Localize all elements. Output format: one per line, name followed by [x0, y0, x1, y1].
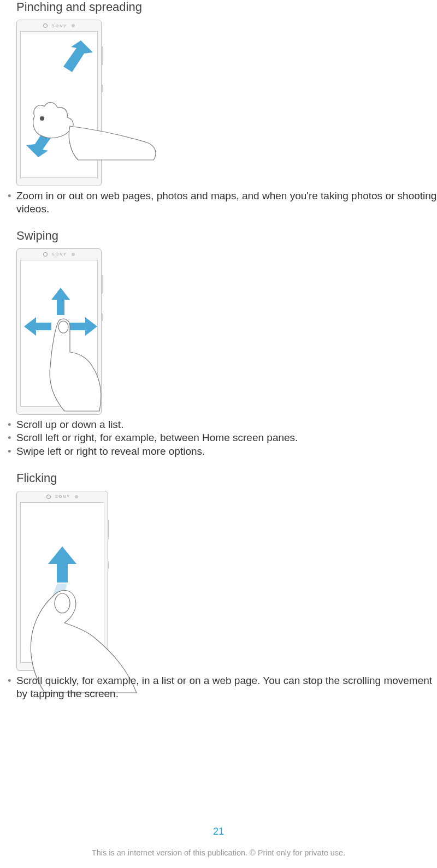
- camera-icon: [43, 252, 48, 257]
- pinch-hand-illustration: [18, 84, 160, 168]
- phone-button-icon: [101, 46, 103, 65]
- heading-flicking: Flicking: [16, 471, 437, 485]
- phone-screen: [20, 260, 98, 407]
- phone-button-icon: [101, 85, 103, 92]
- bullet-item: Zoom in or out on web pages, photos and …: [8, 189, 437, 216]
- phone-illustration-swiping: SONY: [16, 248, 102, 415]
- brand-label: SONY: [52, 252, 67, 256]
- svg-point-2: [40, 116, 44, 121]
- arrow-up-icon: [51, 288, 70, 315]
- svg-marker-3: [51, 288, 70, 315]
- camera-icon: [46, 495, 51, 499]
- phone-screen: [20, 31, 98, 178]
- phone-button-icon: [101, 313, 103, 321]
- led-icon: [72, 24, 75, 27]
- heading-swiping: Swiping: [16, 229, 437, 243]
- phone-illustration-pinching: SONY: [16, 20, 102, 186]
- brand-label: SONY: [55, 495, 70, 498]
- phone-top: SONY: [17, 20, 101, 31]
- led-icon: [75, 495, 78, 498]
- brand-label: SONY: [52, 24, 67, 28]
- phone-illustration-flicking: SONY: [16, 491, 108, 671]
- page-number: 21: [0, 826, 437, 837]
- document-content: Pinching and spreading SONY: [0, 0, 437, 700]
- bullet-item: Swipe left or right to reveal more optio…: [8, 445, 437, 458]
- svg-marker-8: [48, 546, 76, 582]
- figure-pinching: SONY: [16, 20, 437, 186]
- finger-illustration: [47, 318, 118, 424]
- led-icon: [72, 253, 75, 256]
- figure-swiping: SONY: [16, 248, 437, 415]
- figure-flicking: SONY: [16, 491, 437, 671]
- page-footer: 21 This is an internet version of this p…: [0, 826, 437, 857]
- svg-marker-0: [63, 40, 93, 72]
- bullet-list-swiping: Scroll up or down a list. Scroll left or…: [8, 418, 437, 458]
- bullet-item: Scroll up or down a list.: [8, 418, 437, 431]
- arrow-up-icon: [48, 546, 76, 582]
- phone-top: SONY: [17, 249, 101, 260]
- phone-button-icon: [108, 561, 109, 569]
- bullet-item: Scroll quickly, for example, in a list o…: [8, 674, 437, 700]
- phone-button-icon: [108, 520, 109, 539]
- bullet-list-pinching: Zoom in or out on web pages, photos and …: [8, 189, 437, 216]
- phone-screen: [20, 502, 104, 663]
- arrow-up-right-icon: [60, 40, 93, 79]
- bullet-list-flicking: Scroll quickly, for example, in a list o…: [8, 674, 437, 700]
- heading-pinching: Pinching and spreading: [16, 0, 437, 14]
- phone-button-icon: [101, 275, 103, 294]
- phone-top: SONY: [17, 491, 108, 502]
- copyright-text: This is an internet version of this publ…: [0, 848, 437, 857]
- camera-icon: [43, 23, 48, 28]
- bullet-item: Scroll left or right, for example, betwe…: [8, 431, 437, 444]
